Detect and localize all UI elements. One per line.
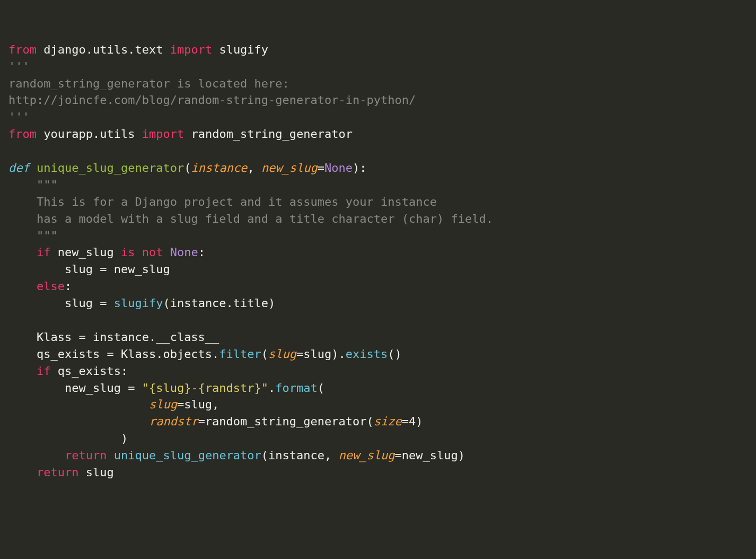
code-block: from django.utils.text import slugify ''… (8, 41, 748, 481)
line-02: ''' (8, 60, 30, 73)
line-23: randstr=random_string_generator(size=4) (8, 415, 423, 428)
line-05: ''' (8, 110, 30, 124)
line-03: random_string_generator is located here: (8, 77, 289, 90)
line-26: return slug (8, 466, 114, 479)
line-04: http://joincfe.com/blog/random-string-ge… (8, 93, 416, 107)
line-19: qs_exists = Klass.objects.filter(slug=sl… (8, 347, 402, 361)
line-14: slug = new_slug (8, 263, 170, 276)
line-25: return unique_slug_generator(instance, n… (8, 449, 465, 462)
line-11: has a model with a slug field and a titl… (8, 212, 493, 225)
line-12: """ (8, 229, 58, 242)
line-15: else: (8, 280, 72, 293)
line-13: if new_slug is not None: (8, 246, 205, 259)
line-24: ) (8, 432, 128, 445)
line-21: new_slug = "{slug}-{randstr}".format( (8, 381, 324, 395)
line-18: Klass = instance.__class__ (8, 330, 219, 344)
line-10: This is for a Django project and it assu… (8, 195, 444, 208)
line-20: if qs_exists: (8, 364, 128, 378)
line-22: slug=slug, (8, 398, 219, 411)
line-16: slug = slugify(instance.title) (8, 296, 275, 310)
line-09: """ (8, 178, 58, 191)
line-01: from django.utils.text import slugify (8, 43, 268, 56)
line-06: from yourapp.utils import random_string_… (8, 127, 353, 141)
line-08: def unique_slug_generator(instance, new_… (8, 161, 367, 174)
